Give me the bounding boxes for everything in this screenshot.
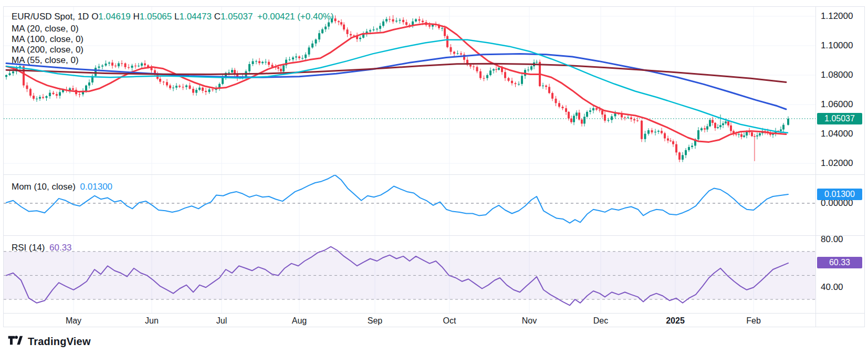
time-axis-label: 2025 [666, 316, 685, 326]
price-axis-label: 1.06000 [821, 99, 853, 110]
price-axis-label: 1.12000 [821, 11, 853, 22]
price-axis-label: 1.08000 [821, 70, 853, 80]
ma-100-label: MA (100, close, 0) [12, 34, 83, 44]
time-axis-label: Feb [746, 316, 761, 326]
chart-canvas[interactable] [0, 0, 868, 354]
symbol-title: EUR/USD Spot, 1D [12, 12, 89, 22]
momentum-value: 0.01300 [80, 182, 112, 192]
rsi-axis-label: 40.00 [821, 282, 843, 293]
time-axis-label: Aug [292, 316, 307, 326]
rsi-title: RSI (14) [12, 243, 45, 253]
ma-200-legend[interactable]: MA (200, close, 0) [12, 45, 83, 55]
time-axis-label: May [66, 316, 81, 326]
time-axis-label: Nov [522, 316, 537, 326]
time-axis-label: Jun [145, 316, 159, 326]
ma-55-label: MA (55, close, 0) [12, 55, 79, 65]
time-axis-label: Jul [216, 316, 227, 326]
price-axis-label: 1.04000 [821, 129, 853, 139]
price-axis-label: 1.02000 [821, 158, 853, 169]
ma-20-label: MA (20, close, 0) [12, 24, 79, 34]
ma-200-label: MA (200, close, 0) [12, 45, 83, 55]
rsi-value: 60.33 [49, 243, 72, 253]
time-axis-label: Sep [368, 316, 382, 326]
time-axis-label: Dec [593, 316, 608, 326]
last-price-badge: 1.05037 [817, 113, 862, 124]
momentum-title: Mom (10, close) [12, 182, 76, 192]
rsi-value-badge: 60.33 [817, 257, 862, 268]
momentum-legend[interactable]: Mom (10, close) 0.01300 [12, 182, 112, 192]
tradingview-logo-text: TradingView [28, 336, 91, 348]
ma-20-legend[interactable]: MA (20, close, 0) [12, 24, 79, 34]
price-axis-label: 1.10000 [821, 40, 853, 51]
time-axis-label: Oct [443, 316, 456, 326]
rsi-legend[interactable]: RSI (14) 60.33 [12, 243, 72, 253]
rsi-axis-label: 80.00 [821, 234, 843, 245]
change-value: +0.00421 (+0.40%) [257, 12, 334, 22]
ma-55-legend[interactable]: MA (55, close, 0) [12, 55, 79, 66]
momentum-value-badge: 0.01300 [817, 189, 862, 200]
tradingview-logo-icon [7, 334, 23, 349]
symbol-legend[interactable]: EUR/USD Spot, 1D O1.04619 H1.05065 L1.04… [12, 12, 334, 22]
tradingview-logo[interactable]: TradingView [7, 334, 91, 349]
ma-100-legend[interactable]: MA (100, close, 0) [12, 34, 83, 45]
ohlc-values: O1.04619 H1.05065 L1.04473 C1.05037 [91, 12, 253, 22]
tradingview-chart-widget: EUR/USD Spot, 1D O1.04619 H1.05065 L1.04… [0, 0, 868, 354]
